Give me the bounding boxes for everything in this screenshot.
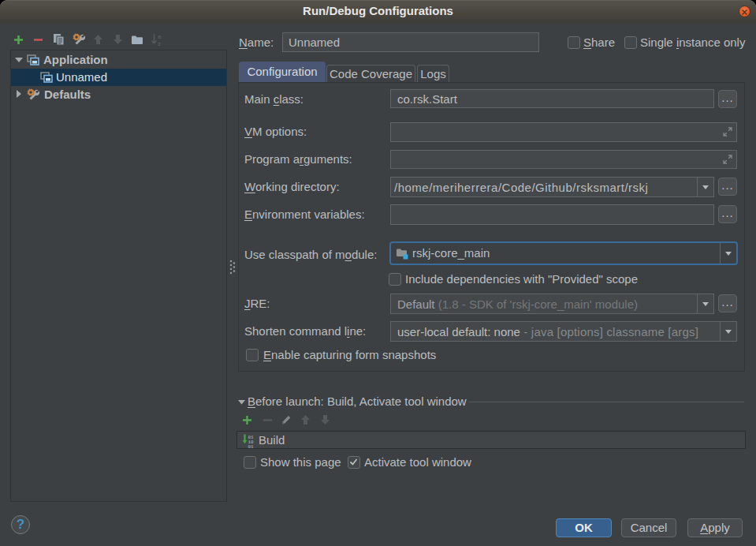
svg-text:z: z (158, 40, 161, 47)
svg-text:01: 01 (248, 444, 255, 448)
svg-text:a: a (158, 33, 162, 40)
